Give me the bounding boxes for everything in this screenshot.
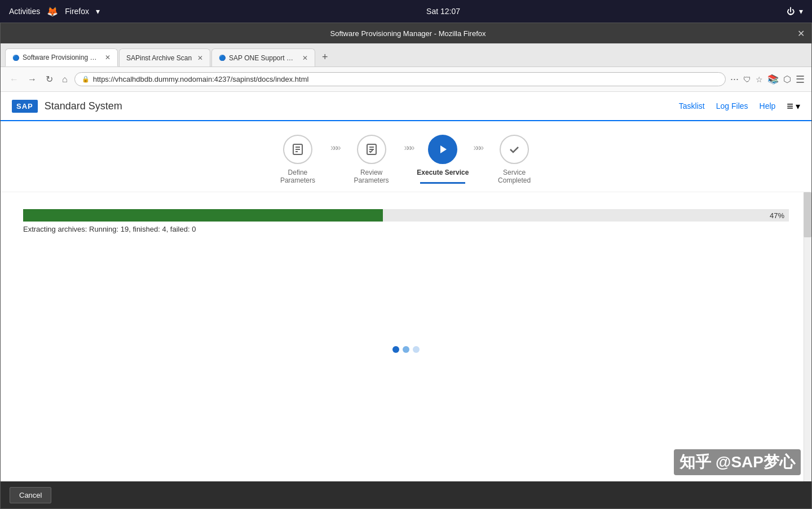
progress-container: 47% Extracting archives: Running: 19, fi…	[23, 209, 789, 233]
progress-bar-wrapper: 47%	[23, 209, 789, 222]
sync-icon[interactable]: ⬡	[783, 74, 791, 85]
wizard-arrow-1: »»»	[330, 135, 339, 153]
firefox-icon: 🦊	[47, 6, 58, 17]
review-step-icon	[357, 135, 386, 164]
progress-bar-fill	[23, 209, 383, 222]
wizard-step-review: Review Parameters	[343, 135, 400, 192]
activities-label[interactable]: Activities	[9, 7, 40, 16]
lock-icon: 🔒	[82, 76, 90, 83]
progress-label: 47%	[770, 211, 784, 220]
scroll-thumb[interactable]	[804, 192, 811, 237]
sap-appbar: SAP Standard System Tasklist Log Files H…	[1, 92, 811, 121]
forward-button[interactable]: →	[25, 72, 39, 87]
tab-close-1[interactable]: ✕	[105, 54, 111, 61]
url-text: https://vhcalhdbdb.dummy.nodomain:4237/s…	[93, 75, 718, 83]
tab-close-2[interactable]: ✕	[197, 54, 203, 62]
completed-step-icon	[500, 135, 529, 164]
scrollbar[interactable]	[804, 192, 811, 481]
address-bar: ← → ↻ ⌂ 🔒 https://vhcalhdbdb.dummy.nodom…	[1, 67, 811, 92]
loading-dot-3	[413, 346, 420, 353]
browser-titlebar: Software Provisioning Manager - Mozilla …	[1, 23, 811, 43]
loading-dot-2	[403, 346, 409, 353]
browser-window: Software Provisioning Manager - Mozilla …	[0, 23, 812, 509]
tab-label-3: SAP ONE Support Launc	[229, 54, 297, 62]
nav-logfiles[interactable]: Log Files	[716, 101, 748, 110]
nav-tasklist[interactable]: Tasklist	[679, 101, 705, 110]
menu-icon[interactable]: ☰	[796, 73, 805, 86]
wizard-step-completed: Service Completed	[486, 135, 542, 192]
tab-favicon-1: 🔵	[12, 55, 19, 61]
tab-label-1: Software Provisioning Ma	[23, 54, 99, 61]
os-taskbar: Activities 🦊 Firefox ▾ Sat 12:07 ⏻ ▾	[0, 0, 812, 23]
loading-dot-1	[392, 346, 399, 353]
cancel-button[interactable]: Cancel	[10, 487, 51, 503]
tab-favicon-3: 🔵	[219, 55, 226, 61]
url-bar[interactable]: 🔒 https://vhcalhdbdb.dummy.nodomain:4237…	[74, 72, 726, 86]
hamburger-icon: ≡	[787, 100, 793, 113]
execute-step-underline	[420, 182, 465, 184]
firefox-label[interactable]: Firefox	[65, 7, 89, 16]
tab-close-3[interactable]: ✕	[302, 54, 308, 62]
nav-help[interactable]: Help	[760, 101, 776, 110]
power-icon[interactable]: ⏻	[787, 7, 795, 16]
tab-sap-one[interactable]: 🔵 SAP ONE Support Launc ✕	[211, 48, 315, 67]
tab-label-2: SAPinst Archive Scan	[126, 54, 192, 62]
wizard-step-define: Define Parameters	[270, 135, 326, 192]
loading-indicator	[23, 346, 789, 353]
menu-chevron-icon: ▾	[796, 101, 800, 112]
execute-step-label: Execute Service	[417, 169, 469, 176]
execute-step-icon	[428, 135, 457, 164]
define-step-underline	[275, 190, 320, 192]
completed-step-label: Service Completed	[486, 169, 542, 184]
wizard-arrow-3: »»»	[473, 135, 482, 153]
tabs-bar: 🔵 Software Provisioning Ma ✕ SAPinst Arc…	[1, 43, 811, 67]
sap-logo: SAP	[12, 100, 38, 113]
define-step-label: Define Parameters	[270, 169, 326, 184]
nav-menu-button[interactable]: ≡ ▾	[787, 100, 800, 113]
wizard-steps: Define Parameters »»» Review Parameters …	[1, 121, 811, 192]
refresh-button[interactable]: ↻	[43, 72, 55, 87]
sap-app-title: Standard System	[45, 100, 122, 112]
bottom-bar: Cancel 知乎 @SAP梦心	[1, 481, 811, 508]
wizard-arrow-2: »»»	[404, 135, 413, 153]
bookmark-icon[interactable]: ☆	[756, 75, 763, 84]
sap-nav: Tasklist Log Files Help ≡ ▾	[679, 100, 800, 113]
address-bar-icons: ··· 🛡 ☆ 📚 ⬡ ☰	[730, 73, 805, 86]
watermark: 知乎 @SAP梦心	[674, 449, 801, 475]
pocket-icon[interactable]: 🛡	[743, 75, 751, 84]
browser-title: Software Provisioning Manager - Mozilla …	[19, 29, 797, 38]
progress-status: Extracting archives: Running: 19, finish…	[23, 225, 789, 233]
home-button[interactable]: ⌂	[60, 72, 70, 87]
main-content: 47% Extracting archives: Running: 19, fi…	[1, 192, 811, 481]
review-step-label: Review Parameters	[343, 169, 400, 184]
os-clock: Sat 12:07	[426, 7, 460, 16]
define-step-icon	[283, 135, 312, 164]
completed-step-underline	[492, 190, 537, 192]
svg-marker-7	[440, 145, 447, 153]
review-step-underline	[349, 190, 394, 192]
browser-dropdown-icon[interactable]: ▾	[96, 7, 100, 16]
os-dropdown-icon[interactable]: ▾	[799, 7, 803, 16]
tab-sapinst[interactable]: SAPinst Archive Scan ✕	[119, 48, 210, 67]
browser-close-button[interactable]: ✕	[797, 28, 805, 39]
tab-software-provisioning[interactable]: 🔵 Software Provisioning Ma ✕	[5, 48, 118, 67]
back-button[interactable]: ←	[7, 72, 21, 87]
new-tab-button[interactable]: +	[316, 48, 334, 67]
more-options-icon[interactable]: ···	[730, 73, 739, 85]
library-icon[interactable]: 📚	[767, 74, 779, 85]
wizard-step-execute: Execute Service	[417, 135, 469, 184]
